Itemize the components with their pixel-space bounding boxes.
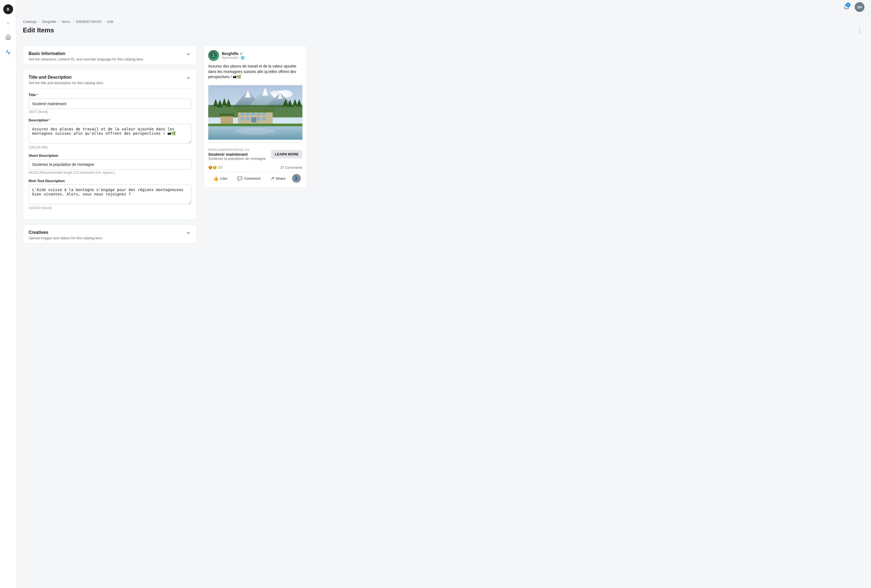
short-description-hint: 34/123 (Recommended length 123 character…	[28, 171, 192, 175]
page-title-row: Edit Items ⋮	[23, 26, 865, 34]
notification-badge: 0	[846, 3, 850, 7]
preview-card: Berghilfe ✓ Sponsored · 🌐 Assurez des pl…	[204, 45, 307, 188]
preview-user-avatar: 👤	[292, 174, 301, 183]
preview-org-name: Berghilfe ✓	[222, 51, 302, 56]
reaction-emoji-2: 😊	[213, 166, 217, 170]
basic-info-card-header-left: Basic Information Set the clearance, con…	[28, 51, 144, 61]
description-hint: 128/123 (Ok)	[28, 145, 192, 149]
description-required-marker: *	[49, 118, 50, 122]
basic-info-card: Basic Information Set the clearance, con…	[23, 45, 197, 65]
title-desc-card-header: Title and Description Set the title and …	[23, 69, 197, 88]
reactions-left: 😍 😊 57	[208, 166, 222, 170]
sidebar-collapse-btn[interactable]: ›	[6, 19, 10, 27]
short-description-label: Short Description	[28, 154, 192, 158]
like-label: Like	[220, 177, 227, 181]
like-icon: 👍	[213, 176, 218, 181]
description-input[interactable]	[28, 124, 192, 144]
sidebar-avatar[interactable]: B	[3, 4, 13, 14]
user-avatar[interactable]: SH	[855, 2, 865, 12]
content-wrapper: Basic Information Set the clearance, con…	[16, 40, 871, 588]
comment-button[interactable]: 💬 Comment	[234, 174, 264, 183]
sidebar-item-campaigns[interactable]	[3, 47, 13, 57]
title-desc-toggle-button[interactable]	[186, 75, 192, 82]
preview-inner: Berghilfe ✓ Sponsored · 🌐 Assurez des pl…	[204, 46, 307, 187]
preview-reactions: 😍 😊 57 37 Comments	[208, 163, 302, 172]
svg-rect-25	[240, 112, 244, 115]
rich-text-hint: 110/123 (Good)	[28, 206, 192, 210]
title-desc-card-header-left: Title and Description Set the title and …	[28, 75, 104, 85]
verified-icon: ✓	[239, 51, 243, 56]
breadcrumb: Catalogs › Berghilfe › Items › 836383074…	[23, 19, 865, 24]
svg-rect-24	[237, 109, 274, 112]
breadcrumb-edit: Edit	[107, 19, 113, 24]
title-label: Title*	[28, 93, 192, 97]
breadcrumb-berghilfe[interactable]: Berghilfe	[42, 19, 56, 24]
preview-ad-title: Soutenir maintenant	[208, 152, 271, 157]
preview-header: Berghilfe ✓ Sponsored · 🌐	[208, 50, 302, 61]
svg-rect-28	[257, 112, 260, 115]
share-label: Share	[276, 177, 286, 181]
creatives-card-header: Creatives Upload images and videos for t…	[23, 224, 197, 243]
like-button[interactable]: 👍 Like	[210, 174, 230, 183]
topbar-actions: 0 SH	[842, 2, 865, 12]
preview-ad-url: WWW.AIDEMONTAGNE.CH	[208, 148, 271, 151]
svg-rect-34	[262, 117, 266, 120]
breadcrumb-catalogs[interactable]: Catalogs	[23, 19, 37, 24]
preview-footer: WWW.AIDEMONTAGNE.CH Soutenir maintenant …	[208, 142, 302, 163]
title-field-group: Title* 19/27 (Good)	[28, 93, 192, 114]
sidebar-item-home[interactable]	[3, 32, 13, 42]
preview-org-meta: Sponsored · 🌐	[222, 56, 302, 60]
reaction-emoji-1: 😍	[208, 166, 213, 170]
comment-label: Comment	[244, 177, 260, 181]
main-content: 0 SH Catalogs › Berghilfe › Items › 8363…	[16, 0, 871, 588]
rich-text-field-group: Rich Text Description 110/123 (Good)	[28, 179, 192, 210]
svg-rect-31	[246, 117, 250, 120]
svg-rect-33	[257, 117, 260, 120]
svg-rect-30	[240, 117, 244, 120]
svg-rect-29	[262, 112, 266, 115]
title-hint: 19/27 (Good)	[28, 110, 192, 114]
preview-ad-subtitle: Soutenez la population de montagne	[208, 157, 271, 161]
title-required-marker: *	[36, 93, 38, 97]
preview-logo	[208, 50, 219, 61]
title-desc-card: Title and Description Set the title and …	[23, 69, 197, 220]
svg-rect-26	[246, 112, 250, 115]
short-description-input[interactable]	[28, 159, 192, 170]
breadcrumb-sep-1: ›	[39, 20, 40, 24]
right-panel: Berghilfe ✓ Sponsored · 🌐 Assurez des pl…	[204, 45, 307, 582]
topbar: 0 SH	[16, 0, 871, 14]
description-field-group: Description* 128/123 (Ok)	[28, 118, 192, 149]
share-button[interactable]: ↗ Share	[267, 174, 289, 183]
breadcrumb-sep-3: ›	[72, 20, 73, 24]
basic-info-card-title: Basic Information	[28, 51, 144, 56]
preview-org: Berghilfe ✓ Sponsored · 🌐	[222, 51, 302, 60]
title-desc-card-title: Title and Description	[28, 75, 104, 80]
title-desc-card-subtitle: Set the title and description for this c…	[28, 81, 104, 85]
share-icon: ↗	[271, 176, 274, 181]
breadcrumb-item-id[interactable]: 8363830746V02	[76, 19, 102, 24]
preview-description: Assurez des places de travail et de la v…	[208, 64, 302, 80]
creatives-card-subtitle: Upload images and videos for this catalo…	[28, 236, 103, 240]
svg-rect-36	[220, 113, 234, 116]
comment-icon: 💬	[237, 176, 242, 181]
learn-more-button[interactable]: LEARN MORE	[271, 150, 302, 159]
svg-rect-39	[208, 126, 302, 127]
preview-image-area	[208, 82, 302, 142]
svg-rect-32	[251, 117, 256, 122]
preview-url-title-row: WWW.AIDEMONTAGNE.CH Soutenir maintenant …	[208, 145, 302, 163]
comments-count: 37 Comments	[280, 166, 302, 170]
rich-text-input[interactable]	[28, 184, 192, 204]
sidebar: B ›	[0, 0, 16, 588]
more-options-button[interactable]: ⋮	[855, 26, 865, 34]
notification-button[interactable]: 0	[842, 2, 852, 12]
preview-url-info: WWW.AIDEMONTAGNE.CH Soutenir maintenant …	[208, 148, 271, 161]
title-input[interactable]	[28, 99, 192, 109]
description-label: Description*	[28, 118, 192, 122]
creatives-toggle-button[interactable]	[186, 230, 192, 237]
left-panel: Basic Information Set the clearance, con…	[23, 45, 197, 582]
breadcrumb-items[interactable]: Items	[62, 19, 70, 24]
preview-info-icon: 🌐	[241, 56, 245, 60]
basic-info-toggle-button[interactable]	[186, 51, 192, 58]
svg-point-41	[230, 132, 280, 136]
svg-rect-27	[251, 112, 255, 115]
